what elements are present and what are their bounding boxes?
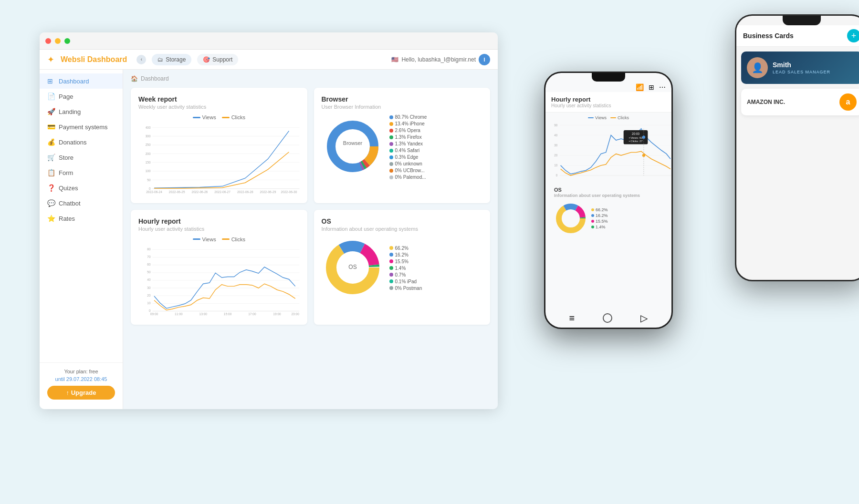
user-greeting: Hello, lubashka_l@bigmir.net — [401, 56, 476, 63]
close-dot[interactable] — [45, 38, 51, 44]
business-cards-header: Business Cards + — [736, 25, 859, 47]
svg-text:0: 0 — [149, 187, 151, 190]
sidebar-item-landing[interactable]: 🚀 Landing — [40, 104, 123, 119]
logo-area: ✦ Websli Dashboard — [47, 54, 127, 65]
phone-back-button[interactable]: ≡ — [569, 313, 575, 324]
week-report-title: Week report — [138, 95, 300, 103]
week-report-chart: 0 50 100 150 200 250 300 400 2022-06-24 — [138, 124, 300, 194]
hourly-report-title: Hourly report — [138, 217, 300, 225]
card1-name: Smith — [773, 61, 830, 69]
browser-donut: Browser — [322, 115, 384, 179]
app-body: ⊞ Dashboard 📄 Page 🚀 Landing 💳 Payment s… — [40, 70, 498, 409]
browser-title: Browser — [322, 95, 483, 103]
phone-home-button[interactable] — [603, 313, 612, 323]
sidebar-label-quizes: Quizes — [59, 185, 78, 192]
store-icon: 🛒 — [47, 154, 55, 161]
business-card-2: AMAZON INC. a — [741, 89, 859, 115]
storage-icon: 🗂 — [157, 56, 163, 63]
svg-text:30: 30 — [554, 144, 558, 147]
sidebar-item-chatbot[interactable]: 💬 Chatbot — [40, 195, 123, 211]
hourly-views-label: Views — [202, 237, 216, 242]
storage-button[interactable]: 🗂 Storage — [152, 54, 191, 65]
svg-text:Browser: Browser — [343, 140, 362, 146]
browser-report-card: Browser User Browser Information Browser — [314, 88, 491, 203]
plan-text: Your plan: free — [47, 369, 115, 374]
clicks-legend: Clicks — [222, 114, 245, 120]
phone-chart-legend: Views Clicks — [545, 113, 671, 121]
views-legend-dot — [193, 117, 200, 118]
landing-icon: 🚀 — [47, 108, 55, 115]
sidebar-item-dashboard[interactable]: ⊞ Dashboard — [40, 73, 123, 89]
browser-navbar: ✦ Websli Dashboard ‹ 🗂 Storage 🎯 Support… — [40, 50, 498, 70]
svg-text:▪ Clicks: 27: ▪ Clicks: 27 — [629, 140, 643, 143]
sidebar-label-page: Page — [59, 93, 73, 100]
svg-text:2022-06-25: 2022-06-25 — [169, 190, 185, 194]
maximize-dot[interactable] — [64, 38, 70, 44]
phone-back: Business Cards + 👤 Smith LEAD SALES MANA… — [735, 14, 859, 281]
phone-recent-button[interactable]: ▷ — [640, 312, 648, 324]
browser-legend: 80.7% Chrome 13.4% iPhone 2.6% Opera 1.3… — [389, 114, 427, 180]
phone-status-bar: 📶 ⊞ ⋯ — [545, 82, 671, 92]
business-cards-title: Business Cards — [743, 32, 794, 40]
svg-text:17:00: 17:00 — [248, 312, 256, 316]
collapse-button[interactable]: ‹ — [136, 55, 146, 64]
svg-text:15:00: 15:00 — [224, 312, 232, 316]
sidebar-item-page[interactable]: 📄 Page — [40, 89, 123, 104]
svg-text:150: 150 — [146, 161, 151, 164]
svg-text:20: 20 — [554, 154, 558, 157]
svg-text:300: 300 — [146, 134, 151, 138]
phone-chart-header: Hourly report Hourly user activity stati… — [545, 92, 671, 113]
minimize-dot[interactable] — [55, 38, 61, 44]
grid-icon: ⊞ — [649, 83, 654, 91]
svg-text:400: 400 — [146, 126, 151, 129]
phone-front-notch — [592, 73, 625, 82]
phone-chart-area: 0 10 20 30 40 90 20:00 ▪ Views: 63 ▪ Cli… — [545, 121, 671, 183]
hourly-views-dot — [193, 238, 200, 240]
home-icon: 🏠 — [131, 75, 138, 82]
upgrade-button[interactable]: ↑ Upgrade — [47, 386, 115, 400]
sidebar-item-form[interactable]: 📋 Form — [40, 165, 123, 180]
phone-os-donut — [554, 202, 587, 235]
sidebar: ⊞ Dashboard 📄 Page 🚀 Landing 💳 Payment s… — [40, 70, 123, 409]
card1-role: LEAD SALES MANAGER — [773, 70, 830, 74]
views-legend-label: Views — [202, 114, 216, 120]
add-card-button[interactable]: + — [847, 29, 859, 42]
phone-clicks-label: Clicks — [618, 115, 629, 120]
phone-chart-subtitle: Hourly user activity statistics — [551, 103, 611, 108]
app-title: Websli Dashboard — [61, 55, 127, 64]
sidebar-item-quizes[interactable]: ❓ Quizes — [40, 180, 123, 195]
sidebar-label-dashboard: Dashboard — [59, 78, 89, 85]
phone-front-screen: 📶 ⊞ ⋯ Hourly report Hourly user activity… — [545, 73, 671, 328]
hourly-clicks-label: Clicks — [231, 237, 245, 242]
browser-titlebar — [40, 32, 498, 50]
svg-text:50: 50 — [147, 270, 151, 274]
breadcrumb: 🏠 Dashboard — [131, 75, 490, 82]
hourly-clicks-dot — [222, 238, 230, 240]
phone-clicks-legend: Clicks — [610, 115, 629, 120]
svg-text:2022-06-29: 2022-06-29 — [260, 190, 276, 194]
svg-text:20: 20 — [147, 293, 151, 297]
phone-os-title: OS Information about user operating syst… — [548, 183, 669, 200]
sidebar-item-payment[interactable]: 💳 Payment systems — [40, 119, 123, 134]
svg-text:09:00: 09:00 — [150, 312, 158, 316]
sidebar-item-store[interactable]: 🛒 Store — [40, 150, 123, 165]
rates-icon: ⭐ — [47, 215, 55, 222]
sidebar-label-chatbot: Chatbot — [59, 200, 81, 207]
support-button[interactable]: 🎯 Support — [197, 54, 238, 65]
payment-icon: 💳 — [47, 123, 55, 131]
flag-icon: 🇺🇸 — [391, 56, 398, 63]
svg-text:100: 100 — [146, 169, 151, 173]
svg-text:0: 0 — [149, 309, 151, 312]
svg-text:80: 80 — [147, 247, 151, 251]
sidebar-label-rates: Rates — [59, 215, 75, 222]
hourly-clicks-legend: Clicks — [222, 237, 245, 242]
form-icon: 📋 — [47, 169, 55, 176]
week-report-legend: Views Clicks — [138, 114, 300, 120]
os-donut: OS — [322, 237, 384, 300]
card1-info: Smith LEAD SALES MANAGER — [773, 61, 830, 74]
sidebar-item-rates[interactable]: ⭐ Rates — [40, 211, 123, 226]
svg-point-77 — [642, 154, 645, 157]
sidebar-item-donations[interactable]: 💰 Donations — [40, 134, 123, 150]
views-legend: Views — [193, 114, 216, 120]
phone-views-label: Views — [595, 115, 607, 120]
